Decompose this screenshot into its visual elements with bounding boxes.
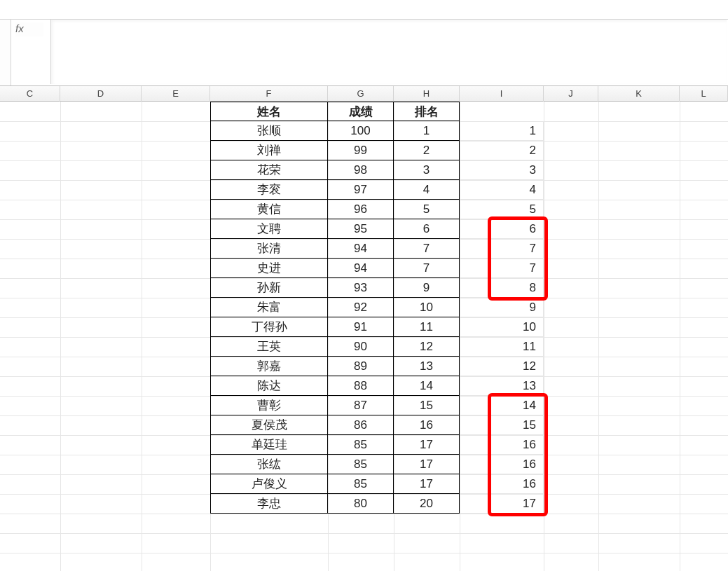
- header-score[interactable]: 成绩: [328, 102, 394, 121]
- cell-score[interactable]: 99: [328, 141, 394, 160]
- cell-score[interactable]: 97: [328, 180, 394, 200]
- cell-alt-rank[interactable]: 7: [460, 259, 544, 278]
- cell-score[interactable]: 89: [328, 357, 394, 376]
- cell-score[interactable]: 90: [328, 337, 394, 357]
- table-row: 张顺10011: [0, 121, 728, 141]
- cell-score[interactable]: 86: [328, 415, 394, 435]
- cell-name[interactable]: 文聘: [210, 219, 328, 239]
- column-header-D[interactable]: D: [60, 86, 142, 102]
- cell-alt-rank[interactable]: 6: [460, 219, 544, 239]
- cell-name[interactable]: 张纮: [210, 455, 328, 474]
- cell-alt-rank[interactable]: 3: [460, 160, 544, 180]
- cell-alt-rank[interactable]: 12: [460, 357, 544, 376]
- cell-alt-rank[interactable]: 16: [460, 435, 544, 455]
- cell-rank[interactable]: 4: [394, 180, 460, 200]
- spreadsheet-grid[interactable]: 姓名成绩排名张顺10011刘禅9922花荣9833李衮9744黄信9655文聘9…: [0, 102, 728, 571]
- column-header-L[interactable]: L: [680, 86, 728, 102]
- column-header-J[interactable]: J: [544, 86, 598, 102]
- column-header-G[interactable]: G: [328, 86, 394, 102]
- cell-name[interactable]: 史进: [210, 259, 328, 278]
- formula-bar: fx: [0, 19, 728, 86]
- cell-score[interactable]: 85: [328, 474, 394, 494]
- column-header-C[interactable]: C: [0, 86, 60, 102]
- cell-rank[interactable]: 12: [394, 337, 460, 357]
- cell-name[interactable]: 张顺: [210, 121, 328, 141]
- cell-rank[interactable]: 9: [394, 278, 460, 298]
- cell-score[interactable]: 100: [328, 121, 394, 141]
- cell-score[interactable]: 92: [328, 298, 394, 317]
- cell-alt-rank[interactable]: 7: [460, 239, 544, 259]
- cell-score[interactable]: 87: [328, 396, 394, 415]
- cell-alt-rank[interactable]: 5: [460, 200, 544, 219]
- header-name[interactable]: 姓名: [210, 102, 328, 121]
- cell-name[interactable]: 朱富: [210, 298, 328, 317]
- cell-name[interactable]: 夏侯茂: [210, 415, 328, 435]
- cell-name[interactable]: 单廷珪: [210, 435, 328, 455]
- table-row: 单廷珪851716: [0, 435, 728, 455]
- cell-score[interactable]: 94: [328, 239, 394, 259]
- cell-name[interactable]: 刘禅: [210, 141, 328, 160]
- cell-alt-rank[interactable]: 10: [460, 317, 544, 337]
- cell-score[interactable]: 85: [328, 455, 394, 474]
- cell-name[interactable]: 李忠: [210, 494, 328, 514]
- cell-alt-rank[interactable]: 15: [460, 415, 544, 435]
- cell-score[interactable]: 91: [328, 317, 394, 337]
- cell-rank[interactable]: 13: [394, 357, 460, 376]
- cell-rank[interactable]: 6: [394, 219, 460, 239]
- cell-name[interactable]: 陈达: [210, 376, 328, 396]
- cell-name[interactable]: 郭嘉: [210, 357, 328, 376]
- cell-score[interactable]: 93: [328, 278, 394, 298]
- cell-name[interactable]: 张清: [210, 239, 328, 259]
- cell-rank[interactable]: 7: [394, 259, 460, 278]
- cell-rank[interactable]: 15: [394, 396, 460, 415]
- cell-rank[interactable]: 10: [394, 298, 460, 317]
- cell-name[interactable]: 孙新: [210, 278, 328, 298]
- cell-score[interactable]: 96: [328, 200, 394, 219]
- cell-score[interactable]: 95: [328, 219, 394, 239]
- cell-name[interactable]: 丁得孙: [210, 317, 328, 337]
- cell-alt-rank[interactable]: 2: [460, 141, 544, 160]
- cell-score[interactable]: 94: [328, 259, 394, 278]
- column-header-I[interactable]: I: [460, 86, 544, 102]
- cell-name[interactable]: 卢俊义: [210, 474, 328, 494]
- header-rank[interactable]: 排名: [394, 102, 460, 121]
- table-row: 史进9477: [0, 259, 728, 278]
- cell-rank[interactable]: 17: [394, 474, 460, 494]
- cell-rank[interactable]: 20: [394, 494, 460, 514]
- name-box[interactable]: [0, 20, 11, 85]
- cell-rank[interactable]: 16: [394, 415, 460, 435]
- cell-rank[interactable]: 3: [394, 160, 460, 180]
- cell-rank[interactable]: 1: [394, 121, 460, 141]
- cell-name[interactable]: 花荣: [210, 160, 328, 180]
- column-header-F[interactable]: F: [210, 86, 328, 102]
- cell-rank[interactable]: 14: [394, 376, 460, 396]
- cell-alt-rank[interactable]: 11: [460, 337, 544, 357]
- cell-alt-rank[interactable]: 8: [460, 278, 544, 298]
- cell-alt-rank[interactable]: 1: [460, 121, 544, 141]
- cell-rank[interactable]: 7: [394, 239, 460, 259]
- cell-rank[interactable]: 2: [394, 141, 460, 160]
- cell-score[interactable]: 80: [328, 494, 394, 514]
- cell-name[interactable]: 曹彰: [210, 396, 328, 415]
- cell-alt-rank[interactable]: 17: [460, 494, 544, 514]
- column-header-H[interactable]: H: [394, 86, 460, 102]
- cell-alt-rank[interactable]: 16: [460, 455, 544, 474]
- column-header-K[interactable]: K: [598, 86, 680, 102]
- cell-score[interactable]: 98: [328, 160, 394, 180]
- cell-name[interactable]: 李衮: [210, 180, 328, 200]
- cell-alt-rank[interactable]: 13: [460, 376, 544, 396]
- cell-name[interactable]: 黄信: [210, 200, 328, 219]
- cell-rank[interactable]: 17: [394, 435, 460, 455]
- cell-alt-rank[interactable]: 4: [460, 180, 544, 200]
- column-header-E[interactable]: E: [142, 86, 210, 102]
- cell-rank[interactable]: 11: [394, 317, 460, 337]
- cell-score[interactable]: 88: [328, 376, 394, 396]
- formula-input[interactable]: [50, 20, 727, 84]
- cell-alt-rank[interactable]: 16: [460, 474, 544, 494]
- cell-alt-rank[interactable]: 14: [460, 396, 544, 415]
- cell-score[interactable]: 85: [328, 435, 394, 455]
- cell-name[interactable]: 王英: [210, 337, 328, 357]
- cell-alt-rank[interactable]: 9: [460, 298, 544, 317]
- cell-rank[interactable]: 5: [394, 200, 460, 219]
- cell-rank[interactable]: 17: [394, 455, 460, 474]
